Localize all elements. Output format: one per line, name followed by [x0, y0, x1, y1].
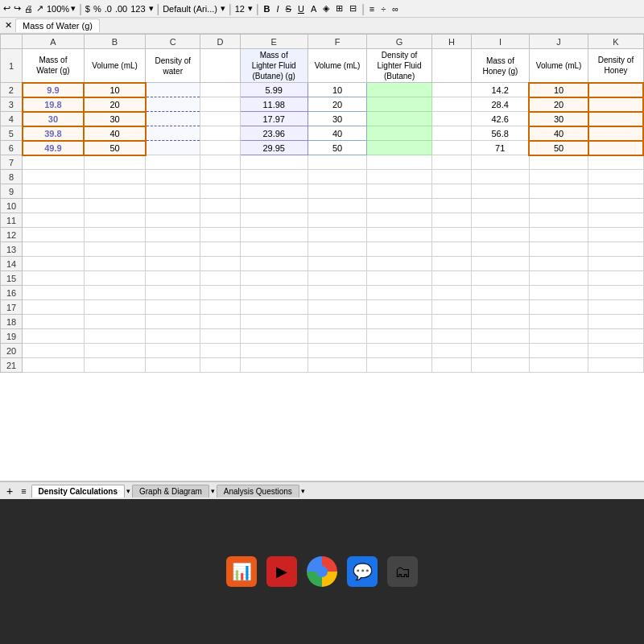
cell-density-water-6[interactable] — [146, 170, 200, 184]
sheet-list-icon[interactable]: ≡ — [18, 486, 29, 496]
taskbar-icon-1[interactable]: 📊 — [226, 556, 257, 587]
cell-density-butane-15[interactable] — [367, 300, 431, 315]
cell-density-butane-3[interactable] — [367, 126, 431, 141]
cell-honey-vol-8[interactable] — [529, 199, 588, 213]
col-header-G[interactable]: G — [367, 35, 431, 49]
cell-density-honey-3[interactable] — [588, 126, 643, 141]
redo-icon[interactable]: ↪ — [14, 3, 21, 14]
cell-density-water-15[interactable] — [146, 300, 200, 315]
tab-density-calculations[interactable]: Density Calculations — [31, 485, 125, 497]
cell-density-butane-4[interactable] — [367, 141, 431, 155]
cell-butane-vol-19[interactable] — [308, 358, 367, 373]
header-volume-ml-butane[interactable]: Volume (mL) — [308, 49, 367, 83]
cell-water-vol-16[interactable] — [84, 315, 146, 329]
cell-density-water-1[interactable] — [146, 97, 200, 112]
cell-density-butane-19[interactable] — [367, 358, 431, 373]
decimal-double-zero[interactable]: .00 — [115, 4, 127, 14]
cell-butane-vol-16[interactable] — [308, 315, 367, 329]
cell-butane-vol-15[interactable] — [308, 300, 367, 315]
tab-dropdown-3[interactable]: ▾ — [301, 487, 305, 495]
cell-butane-mass-12[interactable] — [240, 257, 308, 271]
format-dropdown-icon[interactable]: ▾ — [149, 3, 154, 14]
cell-honey-vol-5[interactable] — [529, 155, 588, 170]
tab-graph-diagram[interactable]: Graph & Diagram — [132, 485, 209, 497]
cell-water-mass-16[interactable] — [23, 315, 85, 329]
cell-density-water-7[interactable] — [146, 184, 200, 199]
cell-density-butane-17[interactable] — [367, 329, 431, 344]
tab-dropdown-2[interactable]: ▾ — [211, 487, 215, 495]
cell-density-honey-12[interactable] — [588, 257, 643, 271]
cell-density-water-8[interactable] — [146, 199, 200, 213]
cell-honey-mass-9[interactable] — [472, 213, 530, 228]
cell-density-water-19[interactable] — [146, 358, 200, 373]
cell-honey-mass-13[interactable] — [472, 271, 530, 286]
cell-water-mass-4[interactable]: 49.9 — [23, 141, 85, 155]
cell-honey-vol-15[interactable] — [529, 300, 588, 315]
cell-water-mass-18[interactable] — [23, 344, 85, 358]
cell-honey-vol-13[interactable] — [529, 271, 588, 286]
cell-density-honey-2[interactable] — [588, 112, 643, 126]
cell-honey-mass-6[interactable] — [472, 170, 530, 184]
cell-density-water-17[interactable] — [146, 329, 200, 344]
taskbar-icon-4[interactable]: 💬 — [347, 556, 378, 587]
cell-water-mass-10[interactable] — [23, 228, 85, 242]
cell-butane-mass-3[interactable]: 23.96 — [240, 126, 308, 141]
cell-density-water-3[interactable] — [146, 126, 200, 141]
cell-water-mass-1[interactable]: 19.8 — [23, 97, 85, 112]
cell-butane-mass-6[interactable] — [240, 170, 308, 184]
cell-honey-mass-14[interactable] — [472, 286, 530, 300]
window-title-tab[interactable]: Mass of Water (g) — [15, 19, 100, 32]
cell-water-vol-12[interactable] — [84, 257, 146, 271]
more-icon[interactable]: ∞ — [392, 4, 398, 14]
undo-icon[interactable]: ↩ — [3, 3, 10, 14]
tab-analysis-questions[interactable]: Analysis Questions — [217, 485, 299, 497]
cell-butane-mass-9[interactable] — [240, 213, 308, 228]
cell-density-butane-14[interactable] — [367, 286, 431, 300]
cell-density-honey-4[interactable] — [588, 141, 643, 155]
cell-density-water-9[interactable] — [146, 213, 200, 228]
col-header-J[interactable]: J — [529, 35, 588, 49]
cell-density-honey-14[interactable] — [588, 286, 643, 300]
cell-honey-mass-17[interactable] — [472, 329, 530, 344]
cell-honey-mass-10[interactable] — [472, 228, 530, 242]
cell-butane-vol-17[interactable] — [308, 329, 367, 344]
cell-butane-vol-13[interactable] — [308, 271, 367, 286]
zoom-control[interactable]: 100% ▾ — [47, 3, 76, 14]
percent-icon[interactable]: % — [93, 4, 101, 14]
cell-water-vol-7[interactable] — [84, 184, 146, 199]
cell-water-vol-18[interactable] — [84, 344, 146, 358]
cell-honey-vol-19[interactable] — [529, 358, 588, 373]
cell-density-honey-15[interactable] — [588, 300, 643, 315]
cell-density-butane-11[interactable] — [367, 242, 431, 257]
cell-density-water-5[interactable] — [146, 155, 200, 170]
cell-water-mass-0[interactable]: 9.9 — [23, 83, 85, 97]
cell-butane-vol-0[interactable]: 10 — [308, 83, 367, 97]
cell-water-mass-13[interactable] — [23, 271, 85, 286]
cell-butane-vol-11[interactable] — [308, 242, 367, 257]
cell-water-vol-4[interactable]: 50 — [84, 141, 146, 155]
col-header-D[interactable]: D — [200, 35, 240, 49]
align-icon[interactable]: ≡ — [369, 4, 374, 14]
font-selector[interactable]: Default (Ari...) — [163, 4, 217, 14]
header-honey-mass[interactable]: Mass ofHoney (g) — [472, 49, 530, 83]
cell-water-mass-9[interactable] — [23, 213, 85, 228]
zoom-dropdown-icon[interactable]: ▾ — [71, 3, 76, 14]
highlight-icon[interactable]: ◈ — [323, 3, 329, 14]
merge-icon[interactable]: ⊟ — [349, 3, 357, 14]
cell-density-honey-19[interactable] — [588, 358, 643, 373]
strikethrough-button[interactable]: S — [286, 4, 291, 14]
header-volume-ml-honey[interactable]: Volume (mL) — [529, 49, 588, 83]
cell-density-honey-1[interactable] — [588, 97, 643, 112]
cell-density-honey-11[interactable] — [588, 242, 643, 257]
cell-density-butane-6[interactable] — [367, 170, 431, 184]
cell-density-butane-10[interactable] — [367, 228, 431, 242]
cell-butane-mass-11[interactable] — [240, 242, 308, 257]
cell-water-mass-19[interactable] — [23, 358, 85, 373]
cell-density-butane-0[interactable] — [367, 83, 431, 97]
cell-density-butane-8[interactable] — [367, 199, 431, 213]
cell-honey-vol-0[interactable]: 10 — [529, 83, 588, 97]
cell-density-water-10[interactable] — [146, 228, 200, 242]
cell-butane-mass-14[interactable] — [240, 286, 308, 300]
cell-butane-vol-1[interactable]: 20 — [308, 97, 367, 112]
cell-density-water-0[interactable] — [146, 83, 200, 97]
